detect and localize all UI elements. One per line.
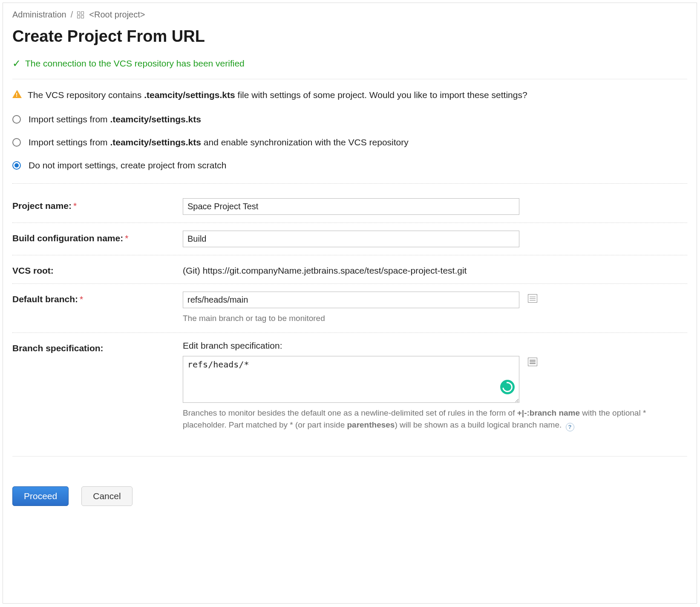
page-title: Create Project From URL <box>12 27 687 46</box>
warning-icon <box>12 90 22 98</box>
check-icon: ✓ <box>12 58 21 69</box>
branch-spec-textarea[interactable] <box>183 356 519 403</box>
radio-icon[interactable] <box>12 161 21 170</box>
divider <box>12 456 687 457</box>
option-import-and-sync[interactable]: Import settings from .teamcity/settings.… <box>12 137 687 147</box>
breadcrumb: Administration / <Root project> <box>12 10 687 20</box>
branch-spec-label: Branch specification: <box>12 341 183 353</box>
option-from-scratch[interactable]: Do not import settings, create project f… <box>12 160 687 171</box>
breadcrumb-separator: / <box>71 10 73 20</box>
breadcrumb-root-project[interactable]: <Root project> <box>89 10 145 20</box>
divider <box>12 79 687 79</box>
grammarly-icon[interactable] <box>500 380 515 394</box>
project-name-input[interactable] <box>183 198 519 215</box>
cancel-button[interactable]: Cancel <box>81 486 132 506</box>
breadcrumb-admin[interactable]: Administration <box>12 10 66 20</box>
list-icon[interactable] <box>528 294 537 303</box>
list-icon[interactable] <box>528 358 537 366</box>
project-name-label: Project name:* <box>12 198 183 211</box>
vcs-root-label: VCS root: <box>12 263 183 276</box>
help-icon[interactable]: ? <box>566 423 574 431</box>
divider <box>12 183 687 184</box>
project-grid-icon <box>77 12 85 19</box>
vcs-success-message: ✓ The connection to the VCS repository h… <box>12 58 687 69</box>
option-import-settings[interactable]: Import settings from .teamcity/settings.… <box>12 114 687 124</box>
default-branch-label: Default branch:* <box>12 292 183 304</box>
default-branch-input[interactable] <box>183 292 519 308</box>
radio-icon[interactable] <box>12 138 21 147</box>
default-branch-hint: The main branch or tag to be monitored <box>183 312 660 325</box>
branch-spec-hint: Branches to monitor besides the default … <box>183 407 660 431</box>
vcs-root-value: (Git) https://git.companyName.jetbrains.… <box>183 263 687 276</box>
proceed-button[interactable]: Proceed <box>12 486 69 506</box>
build-config-label: Build configuration name:* <box>12 231 183 243</box>
settings-warning: The VCS repository contains .teamcity/se… <box>12 89 687 101</box>
branch-spec-sublabel: Edit branch specification: <box>183 341 687 351</box>
build-config-input[interactable] <box>183 231 519 247</box>
radio-icon[interactable] <box>12 115 21 124</box>
